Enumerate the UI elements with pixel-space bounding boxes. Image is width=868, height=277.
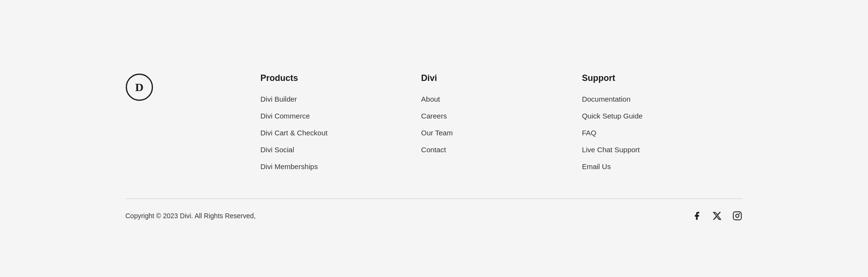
link-divi-commerce[interactable]: Divi Commerce [260,112,421,120]
support-column: Support Documentation Quick Setup Guide … [582,73,743,179]
link-divi-builder[interactable]: Divi Builder [260,95,421,103]
svg-point-4 [739,213,740,214]
divi-column: Divi About Careers Our Team Contact [421,73,582,179]
social-icons [692,211,743,221]
products-column: Products Divi Builder Divi Commerce Divi… [260,73,421,179]
link-contact[interactable]: Contact [421,145,582,154]
footer-bottom: Copyright © 2023 Divi. All Rights Reserv… [0,199,868,233]
link-documentation[interactable]: Documentation [582,95,743,103]
svg-text:D: D [135,81,143,93]
link-live-chat-support[interactable]: Live Chat Support [582,145,743,154]
link-careers[interactable]: Careers [421,112,582,120]
twitter-x-icon[interactable] [712,211,722,221]
link-our-team[interactable]: Our Team [421,129,582,137]
link-faq[interactable]: FAQ [582,129,743,137]
footer-main: D Products Divi Builder Divi Commerce Di… [0,44,868,198]
products-title: Products [260,73,421,83]
link-about[interactable]: About [421,95,582,103]
svg-rect-2 [733,212,742,220]
link-divi-cart-checkout[interactable]: Divi Cart & Checkout [260,129,421,137]
instagram-icon[interactable] [732,211,743,221]
divi-title: Divi [421,73,582,83]
link-quick-setup-guide[interactable]: Quick Setup Guide [582,112,743,120]
link-email-us[interactable]: Email Us [582,162,743,171]
copyright-text: Copyright © 2023 Divi. All Rights Reserv… [125,212,256,220]
svg-point-3 [736,214,739,218]
logo-section: D [125,73,260,101]
link-divi-memberships[interactable]: Divi Memberships [260,162,421,171]
divi-logo-icon: D [125,73,153,101]
link-divi-social[interactable]: Divi Social [260,145,421,154]
support-title: Support [582,73,743,83]
facebook-icon[interactable] [692,211,702,221]
nav-columns: Products Divi Builder Divi Commerce Divi… [260,73,743,179]
